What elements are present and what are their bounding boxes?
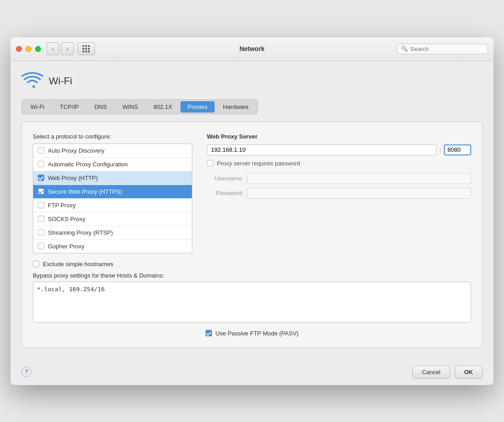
list-item[interactable]: Auto Proxy Discovery — [33, 144, 192, 158]
server-address-input[interactable] — [207, 144, 437, 155]
password-label: Password: — [207, 190, 243, 196]
bypass-textarea[interactable]: *.local, 169.254/16 — [33, 282, 471, 323]
protocol-label-4: FTP Proxy — [48, 202, 76, 209]
protocol-list: Auto Proxy Discovery Automatic Proxy Con… — [33, 144, 192, 253]
window-title: Network — [239, 45, 264, 52]
close-button[interactable] — [16, 46, 22, 52]
ok-button[interactable]: OK — [455, 365, 483, 379]
protocol-checkbox-3[interactable] — [38, 188, 44, 195]
titlebar: ‹ › Network 🔍 — [10, 37, 494, 61]
footer: ? Cancel OK — [10, 359, 494, 385]
protocol-label-7: Gopher Proxy — [48, 243, 84, 250]
server-row: : — [207, 144, 471, 155]
protocol-section-label: Select a protocol to configure: — [33, 133, 192, 140]
tab-8021x[interactable]: 802.1X — [146, 101, 180, 113]
grid-button[interactable] — [77, 42, 95, 55]
panel-row: Select a protocol to configure: Auto Pro… — [33, 133, 471, 253]
wifi-label: Wi-Fi — [49, 75, 72, 87]
list-item[interactable]: Gopher Proxy — [33, 240, 192, 253]
colon-separator: : — [439, 146, 441, 154]
help-button[interactable]: ? — [21, 367, 31, 377]
wifi-header: Wi-Fi — [21, 70, 483, 92]
tab-proxies[interactable]: Proxies — [180, 101, 215, 113]
protocol-label-6: Streaming Proxy (RTSP) — [48, 229, 113, 236]
search-input[interactable] — [410, 46, 484, 52]
tab-dns[interactable]: DNS — [87, 101, 114, 113]
server-section-label: Web Proxy Server — [207, 133, 471, 140]
search-box[interactable]: 🔍 — [397, 44, 488, 54]
pasv-checkbox[interactable] — [206, 330, 212, 336]
bypass-label: Bypass proxy settings for these Hosts & … — [33, 272, 471, 279]
pasv-label: Use Passive FTP Mode (PASV) — [216, 330, 298, 337]
pasv-row: Use Passive FTP Mode (PASV) — [33, 330, 471, 337]
protocol-label-0: Auto Proxy Discovery — [48, 147, 104, 154]
right-column: Web Proxy Server : Proxy server requires… — [207, 133, 471, 253]
cancel-button[interactable]: Cancel — [412, 365, 450, 379]
protocol-label-1: Automatic Proxy Configuration — [48, 161, 128, 168]
protocol-checkbox-4[interactable] — [38, 202, 44, 208]
protocol-checkbox-7[interactable] — [38, 243, 44, 249]
back-button[interactable]: ‹ — [46, 42, 59, 55]
protocol-checkbox-6[interactable] — [38, 229, 44, 236]
requires-password-checkbox[interactable] — [207, 160, 213, 166]
grid-icon — [82, 45, 90, 52]
minimize-button[interactable] — [26, 46, 31, 52]
requires-password-label: Proxy server requires password — [217, 160, 300, 167]
protocol-label-5: SOCKS Proxy — [48, 216, 85, 222]
username-label: Username: — [207, 175, 243, 182]
settings-panel: Select a protocol to configure: Auto Pro… — [21, 122, 483, 348]
tab-wifi[interactable]: Wi-Fi — [23, 101, 51, 113]
list-item[interactable]: FTP Proxy — [33, 199, 192, 212]
list-item[interactable]: SOCKS Proxy — [33, 212, 192, 226]
tab-bar: Wi-Fi TCP/IP DNS WINS 802.1X Proxies Har… — [21, 99, 258, 114]
protocol-label-3: Secure Web Proxy (HTTPS) — [48, 188, 122, 195]
left-column: Select a protocol to configure: Auto Pro… — [33, 133, 192, 253]
tab-wins[interactable]: WINS — [115, 101, 145, 113]
tab-hardware[interactable]: Hardware — [216, 101, 256, 113]
list-item[interactable]: Streaming Proxy (RTSP) — [33, 226, 192, 240]
password-input[interactable] — [247, 188, 471, 199]
password-row: Proxy server requires password — [207, 160, 471, 167]
protocol-checkbox-0[interactable] — [38, 147, 44, 154]
protocol-checkbox-1[interactable] — [38, 161, 44, 167]
username-input[interactable] — [247, 173, 471, 184]
nav-buttons: ‹ › — [46, 42, 74, 55]
tab-tcpip[interactable]: TCP/IP — [52, 101, 86, 113]
exclude-checkbox[interactable] — [33, 261, 39, 267]
bottom-section: Exclude simple hostnames Bypass proxy se… — [33, 261, 471, 324]
maximize-button[interactable] — [35, 46, 41, 52]
port-input[interactable] — [444, 144, 471, 155]
list-item[interactable]: Automatic Proxy Configuration — [33, 158, 192, 171]
traffic-lights — [16, 46, 41, 52]
content-area: Wi-Fi Wi-Fi TCP/IP DNS WINS 802.1X Proxi… — [10, 61, 494, 359]
search-icon: 🔍 — [401, 46, 408, 52]
password-field-row: Password: — [207, 188, 471, 199]
forward-button[interactable]: › — [61, 42, 74, 55]
protocol-label-2: Web Proxy (HTTP) — [48, 175, 98, 181]
exclude-row: Exclude simple hostnames — [33, 261, 471, 268]
wifi-icon — [21, 70, 43, 92]
exclude-label: Exclude simple hostnames — [43, 261, 113, 268]
protocol-checkbox-5[interactable] — [38, 216, 44, 222]
username-row: Username: — [207, 173, 471, 184]
list-item[interactable]: Web Proxy (HTTP) — [33, 171, 192, 185]
protocol-checkbox-2[interactable] — [38, 175, 44, 181]
list-item[interactable]: Secure Web Proxy (HTTPS) — [33, 185, 192, 199]
